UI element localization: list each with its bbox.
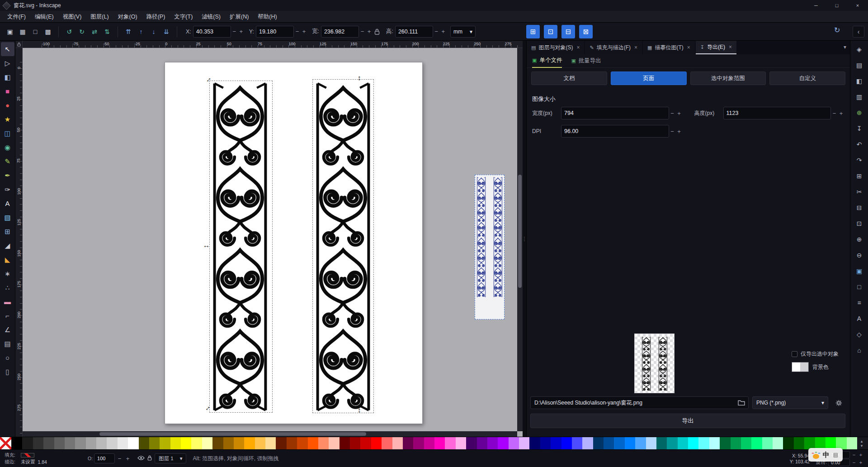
palette-swatch[interactable] (265, 437, 276, 449)
export-height-input[interactable] (723, 107, 831, 119)
import-icon[interactable]: ⊕ (854, 107, 865, 119)
xml-editor-icon[interactable]: ◇ (854, 329, 865, 340)
star-tool[interactable]: ★ (1, 112, 14, 126)
snap-bbox-button[interactable]: ⊞ (526, 25, 540, 38)
palette-swatch[interactable] (413, 437, 424, 449)
scale-handle-icon[interactable]: ↕ (358, 74, 361, 81)
background-color-swatch[interactable] (792, 362, 809, 372)
lower-button[interactable]: ↓ (148, 26, 160, 38)
layers-dialog-icon[interactable]: ▥ (854, 91, 865, 103)
zoom-tool[interactable]: ○ (1, 351, 14, 365)
palette-swatch[interactable] (709, 437, 720, 449)
menu-item[interactable]: 路径(P) (142, 11, 170, 23)
only-selected-checkbox[interactable]: 仅导出选中对象 (792, 350, 839, 358)
palette-swatch[interactable] (297, 437, 307, 449)
height-minus-button[interactable]: − (433, 26, 440, 37)
palette-swatch[interactable] (688, 437, 698, 449)
palette-swatch[interactable] (815, 437, 826, 449)
cut-icon[interactable]: ✂ (854, 186, 865, 198)
tab-close-icon[interactable]: × (687, 44, 690, 51)
flip-vertical-button[interactable]: ⇅ (101, 26, 113, 38)
palette-swatch[interactable] (826, 437, 836, 449)
palette-swatch[interactable] (65, 437, 75, 449)
palette-swatch[interactable] (118, 437, 128, 449)
no-color-swatch[interactable] (0, 437, 12, 449)
rectangle-tool[interactable]: ■ (1, 84, 14, 98)
guide-lock-icon[interactable] (15, 41, 23, 48)
palette-swatch[interactable] (773, 437, 783, 449)
palette-swatch[interactable] (646, 437, 656, 449)
maximize-button[interactable]: □ (826, 0, 847, 11)
palette-swatch[interactable] (509, 437, 519, 449)
close-button[interactable]: × (847, 0, 868, 11)
palette-swatch[interactable] (487, 437, 498, 449)
redo-icon[interactable]: ↷ (854, 154, 865, 166)
palette-swatch[interactable] (667, 437, 677, 449)
palette-swatch[interactable] (751, 437, 762, 449)
width-plus-button[interactable]: + (366, 26, 373, 37)
horizontal-scrollbar[interactable] (23, 431, 517, 437)
dropper-tool[interactable]: ◢ (1, 238, 14, 253)
menu-item[interactable]: 文字(T) (170, 11, 197, 23)
minimize-button[interactable]: ─ (806, 0, 826, 11)
unit-select[interactable]: mm▾ (450, 26, 476, 38)
palette-swatch[interactable] (12, 437, 22, 449)
node-tool[interactable]: ▷ (1, 56, 14, 70)
palette-swatch[interactable] (762, 437, 773, 449)
export-dialog-icon[interactable]: ↧ (854, 123, 865, 134)
text-tool[interactable]: A (1, 196, 14, 210)
snap-nodes-button[interactable]: ⊡ (544, 25, 557, 38)
browse-folder-icon[interactable] (735, 396, 748, 409)
pattern-object-duplicate[interactable] (475, 175, 505, 319)
palette-swatch[interactable] (445, 437, 455, 449)
menu-item[interactable]: 图层(L) (86, 11, 113, 23)
rotation-plus[interactable]: + (858, 459, 863, 466)
x-input[interactable] (193, 26, 231, 38)
export-height-minus[interactable]: − (831, 108, 838, 119)
scroll-up-icon[interactable]: ▴ (861, 439, 863, 443)
palette-swatch[interactable] (191, 437, 202, 449)
palette-swatch[interactable] (804, 437, 815, 449)
checkbox-icon[interactable] (792, 351, 797, 357)
select-all-button[interactable]: ▣ (4, 26, 16, 38)
palette-swatch[interactable] (794, 437, 804, 449)
export-dpi-plus[interactable]: + (676, 126, 683, 137)
palette-swatch[interactable] (847, 437, 857, 449)
palette-swatch[interactable] (54, 437, 65, 449)
menu-item[interactable]: 对象(O) (113, 11, 142, 23)
scroll-down-icon[interactable]: ▾ (861, 443, 863, 448)
palette-swatch[interactable] (160, 437, 170, 449)
palette-swatch[interactable] (498, 437, 508, 449)
width-minus-button[interactable]: − (359, 26, 366, 37)
menu-item[interactable]: 帮助(H) (253, 11, 281, 23)
height-input[interactable] (395, 26, 433, 38)
ime-mode-indicator[interactable]: 中 (823, 451, 830, 459)
palette-swatch[interactable] (382, 437, 392, 449)
range-document[interactable]: 文档 (531, 71, 607, 85)
ime-settings-icon[interactable]: ▤ (833, 452, 838, 458)
palette-swatch[interactable] (181, 437, 191, 449)
preferences-icon[interactable]: ⌂ (854, 344, 865, 356)
calligraphy-tool[interactable]: ✑ (1, 182, 14, 196)
palette-swatch[interactable] (212, 437, 223, 449)
horizontal-ruler[interactable]: -100-75-50-25025507510012515017520022525… (23, 41, 523, 48)
palette-swatch[interactable] (593, 437, 604, 449)
spiral-tool[interactable]: ◉ (1, 140, 14, 154)
group-icon[interactable]: ▣ (854, 265, 865, 277)
copy-icon[interactable]: ⊞ (854, 170, 865, 182)
raise-button[interactable]: ↑ (135, 26, 147, 38)
palette-swatch[interactable] (276, 437, 286, 449)
palette-swatch[interactable] (698, 437, 709, 449)
tab-trace-bitmap[interactable]: ▦ 描摹位图(T) × (643, 41, 695, 54)
selector-tool[interactable]: ↖ (1, 42, 14, 56)
ime-paw-icon[interactable] (813, 454, 819, 459)
palette-swatch[interactable] (340, 437, 350, 449)
palette-swatch[interactable] (434, 437, 445, 449)
pencil-tool[interactable]: ✎ (1, 154, 14, 168)
export-width-plus[interactable]: + (676, 108, 683, 119)
opacity-minus[interactable]: − (116, 453, 123, 464)
tab-close-icon[interactable]: × (576, 44, 580, 51)
palette-swatch[interactable] (635, 437, 646, 449)
text-dialog-icon[interactable]: A (854, 313, 865, 324)
layer-select[interactable]: 图层 1 ▾ (155, 453, 186, 463)
